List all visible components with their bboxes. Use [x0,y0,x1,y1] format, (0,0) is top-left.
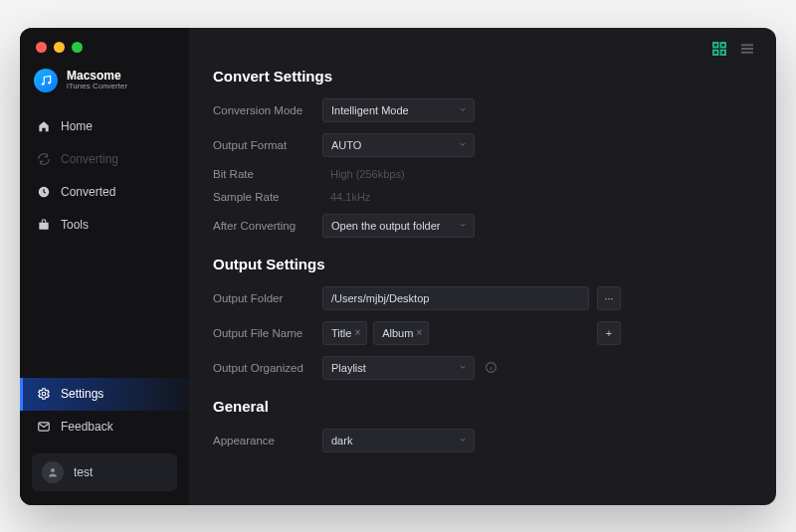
label-output-format: Output Format [213,139,322,151]
label-output-organized: Output Organized [213,362,322,374]
label-after-converting: After Converting [213,220,322,232]
grid-view-icon[interactable] [710,40,728,58]
sidebar-item-label: Home [61,119,93,133]
sidebar-item-feedback[interactable]: Feedback [20,411,189,443]
converting-icon [36,152,51,167]
gear-icon [36,387,51,402]
sidebar-item-label: Converting [61,152,118,166]
sidebar-item-settings[interactable]: Settings [20,378,189,411]
browse-button[interactable]: ··· [597,286,621,310]
top-actions [710,40,756,58]
section-title-output: Output Settings [213,256,752,272]
close-window-button[interactable] [36,42,47,53]
svg-rect-6 [713,43,718,48]
window-controls [20,42,189,69]
select-after-converting[interactable]: Open the output folder [322,214,475,238]
row-output-file-name: Output File Name Title × Album × + [213,321,752,345]
select-conversion-mode[interactable]: Intelligent Mode [322,98,475,122]
sidebar-nav: Home Converting Converted Tools [20,110,189,242]
label-appearance: Appearance [213,435,322,446]
tag-title[interactable]: Title × [322,321,367,345]
tag-label: Title [331,327,351,339]
select-output-organized[interactable]: Playlist [322,356,475,380]
chevron-down-icon [458,220,468,232]
add-label: + [606,327,612,339]
close-icon[interactable]: × [416,327,422,338]
row-after-converting: After Converting Open the output folder [213,214,752,238]
row-appearance: Appearance dark [213,429,752,452]
row-bit-rate: Bit Rate High (256kbps) [213,168,752,180]
select-value: Open the output folder [331,220,440,232]
brand-subtitle: iTunes Converter [67,82,127,91]
label-output-file-name: Output File Name [213,327,322,339]
select-output-format[interactable]: AUTO [322,133,475,157]
select-appearance[interactable]: dark [322,429,475,452]
select-value: Playlist [331,362,366,374]
label-output-folder: Output Folder [213,292,322,304]
label-bit-rate: Bit Rate [213,168,322,180]
user-account[interactable]: test [32,453,177,491]
home-icon [36,119,51,134]
label-sample-rate: Sample Rate [213,191,322,203]
svg-point-0 [42,83,45,86]
add-tag-button[interactable]: + [597,321,621,345]
svg-point-5 [51,468,55,472]
toolbox-icon [36,218,51,233]
svg-rect-7 [721,43,726,48]
row-sample-rate: Sample Rate 44.1kHz [213,191,752,203]
tag-label: Album [382,327,413,339]
chevron-down-icon [458,139,468,151]
sidebar-item-home[interactable]: Home [20,110,189,143]
section-title-convert: Convert Settings [213,68,752,85]
select-value: AUTO [331,139,361,151]
brand-name: Macsome [67,70,127,82]
sidebar-item-tools[interactable]: Tools [20,209,189,242]
mail-icon [36,420,51,435]
app-window: Macsome iTunes Converter Home Converting [20,28,776,505]
chevron-down-icon [458,362,468,374]
brand: Macsome iTunes Converter [20,69,189,106]
menu-icon[interactable] [738,40,756,58]
sidebar-nav-bottom: Settings Feedback [20,378,189,443]
value-bit-rate: High (256kbps) [322,168,405,180]
chevron-down-icon [458,104,468,116]
select-value: Intelligent Mode [331,104,409,116]
input-output-folder[interactable]: /Users/mjbj/Desktop [322,286,589,310]
sidebar-item-label: Settings [61,387,103,401]
row-output-format: Output Format AUTO [213,133,752,157]
sidebar-item-label: Tools [61,218,89,232]
row-conversion-mode: Conversion Mode Intelligent Mode [213,98,752,122]
browse-label: ··· [604,292,613,304]
tag-album[interactable]: Album × [373,321,429,345]
sidebar: Macsome iTunes Converter Home Converting [20,28,189,505]
sidebar-item-label: Converted [61,185,115,199]
svg-point-1 [48,82,51,85]
minimize-window-button[interactable] [54,42,65,53]
sidebar-item-converting[interactable]: Converting [20,143,189,176]
clock-icon [36,185,51,200]
settings-panel: Convert Settings Conversion Mode Intelli… [189,28,776,505]
select-value: dark [331,435,352,446]
brand-logo-icon [34,69,58,92]
sidebar-item-converted[interactable]: Converted [20,176,189,209]
svg-rect-9 [721,50,726,55]
row-output-folder: Output Folder /Users/mjbj/Desktop ··· [213,286,752,310]
row-output-organized: Output Organized Playlist [213,356,752,380]
brand-text: Macsome iTunes Converter [67,70,127,91]
info-icon[interactable] [485,361,498,374]
close-icon[interactable]: × [354,327,360,338]
sidebar-item-label: Feedback [61,420,113,434]
input-value: /Users/mjbj/Desktop [331,292,429,304]
chevron-down-icon [458,435,468,446]
tags-output-file-name: Title × Album × [322,321,589,345]
fullscreen-window-button[interactable] [72,42,83,53]
svg-rect-8 [713,50,718,55]
user-name: test [74,465,93,479]
svg-point-3 [42,392,46,396]
section-title-general: General [213,398,752,415]
avatar-icon [42,461,64,483]
value-sample-rate: 44.1kHz [322,191,370,203]
label-conversion-mode: Conversion Mode [213,104,322,116]
